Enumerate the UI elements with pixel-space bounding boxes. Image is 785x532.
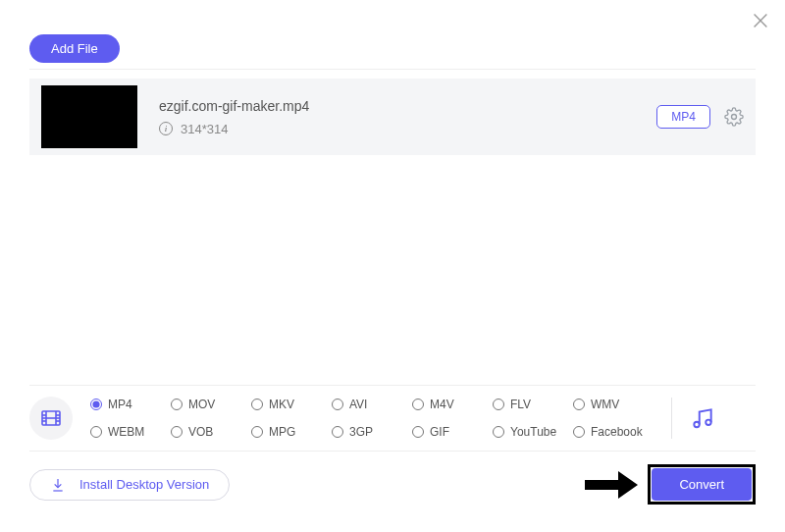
arrow-right-icon (585, 471, 638, 499)
format-bar: MP4MOVMKVAVIM4VFLVWMVWEBMVOBMPG3GPGIFYou… (29, 385, 756, 452)
format-radio[interactable] (171, 426, 183, 438)
file-name: ezgif.com-gif-maker.mp4 (159, 98, 656, 114)
format-label: MKV (269, 398, 294, 411)
format-option-avi[interactable]: AVI (332, 398, 412, 411)
format-radio[interactable] (412, 399, 424, 410)
format-label: 3GP (349, 425, 373, 439)
format-label: YouTube (510, 425, 556, 439)
convert-highlight: Convert (648, 464, 756, 505)
format-option-vob[interactable]: VOB (171, 425, 251, 439)
gear-icon[interactable] (724, 107, 744, 127)
format-option-flv[interactable]: FLV (493, 398, 573, 411)
format-label: MP4 (108, 398, 132, 411)
video-icon[interactable] (29, 397, 73, 440)
format-radio[interactable] (332, 426, 343, 438)
svg-marker-14 (618, 471, 638, 499)
format-radio[interactable] (493, 426, 504, 438)
format-option-mov[interactable]: MOV (171, 398, 251, 411)
format-chip[interactable]: MP4 (656, 105, 710, 129)
format-radio[interactable] (573, 399, 585, 410)
close-icon[interactable] (750, 10, 771, 31)
svg-point-2 (732, 115, 737, 120)
format-radio[interactable] (251, 426, 263, 438)
format-option-facebook[interactable]: Facebook (573, 425, 654, 439)
format-label: MOV (188, 398, 215, 411)
file-meta: i 314*314 (159, 122, 656, 136)
format-label: FLV (510, 398, 531, 411)
install-desktop-label: Install Desktop Version (79, 477, 209, 492)
file-resolution: 314*314 (181, 122, 228, 136)
format-grid: MP4MOVMKVAVIM4VFLVWMVWEBMVOBMPG3GPGIFYou… (90, 394, 654, 443)
format-label: M4V (430, 398, 454, 411)
format-radio[interactable] (90, 426, 102, 438)
divider-vertical (671, 398, 672, 439)
svg-rect-13 (585, 480, 618, 490)
format-label: VOB (188, 425, 213, 439)
format-radio[interactable] (412, 426, 424, 438)
install-desktop-button[interactable]: Install Desktop Version (29, 469, 230, 501)
file-thumbnail[interactable] (41, 85, 137, 148)
add-file-button[interactable]: Add File (29, 34, 120, 63)
format-option-mpg[interactable]: MPG (251, 425, 332, 439)
format-radio[interactable] (573, 426, 585, 438)
format-option-mkv[interactable]: MKV (251, 398, 332, 411)
file-info: ezgif.com-gif-maker.mp4 i 314*314 (159, 98, 656, 136)
format-label: AVI (349, 398, 367, 411)
footer: Install Desktop Version Convert (29, 464, 756, 505)
convert-button[interactable]: Convert (652, 468, 752, 501)
format-option-gif[interactable]: GIF (412, 425, 493, 439)
divider (29, 69, 756, 70)
download-icon (50, 477, 66, 493)
format-option-webm[interactable]: WEBM (90, 425, 171, 439)
format-label: GIF (430, 425, 449, 439)
music-icon[interactable] (690, 405, 715, 431)
format-option-youtube[interactable]: YouTube (493, 425, 573, 439)
format-option-3gp[interactable]: 3GP (332, 425, 412, 439)
svg-point-12 (706, 420, 710, 425)
format-option-mp4[interactable]: MP4 (90, 398, 171, 411)
file-row: ezgif.com-gif-maker.mp4 i 314*314 MP4 (29, 79, 756, 155)
format-label: WEBM (108, 425, 144, 439)
format-radio[interactable] (332, 399, 343, 410)
svg-point-11 (694, 422, 699, 427)
format-option-m4v[interactable]: M4V (412, 398, 493, 411)
format-radio[interactable] (90, 399, 102, 410)
format-radio[interactable] (171, 399, 183, 410)
convert-group: Convert (585, 464, 756, 505)
format-radio[interactable] (251, 399, 263, 410)
format-label: Facebook (591, 425, 643, 439)
format-label: MPG (269, 425, 295, 439)
info-icon[interactable]: i (159, 122, 173, 135)
format-radio[interactable] (493, 399, 504, 410)
format-label: WMV (591, 398, 619, 411)
format-option-wmv[interactable]: WMV (573, 398, 654, 411)
